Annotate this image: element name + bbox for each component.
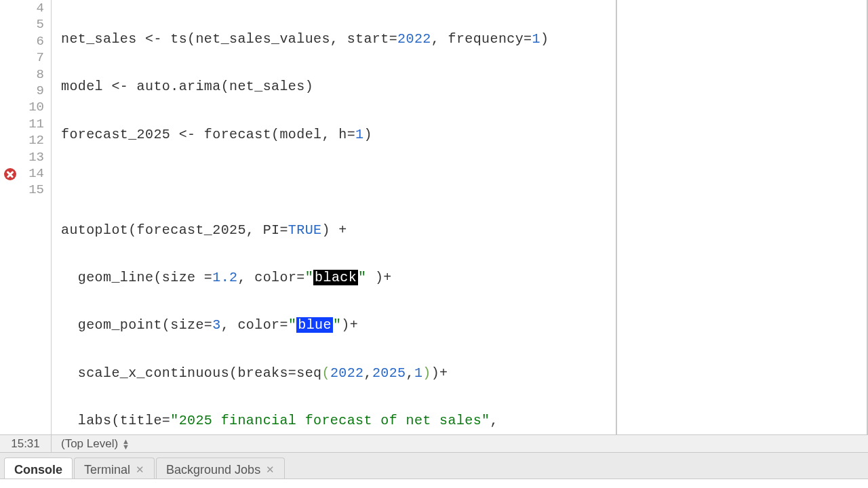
code-line[interactable]: labs(title="2025 financial forecast of n… bbox=[61, 413, 867, 429]
color-swatch-blue: blue bbox=[296, 317, 333, 333]
line-number: 7 bbox=[0, 49, 44, 66]
cursor-position: 15:31 bbox=[0, 435, 52, 452]
tab-label: Terminal bbox=[84, 463, 130, 477]
vertical-pane-splitter[interactable] bbox=[616, 0, 617, 434]
scope-selector[interactable]: (Top Level) ▲▼ bbox=[52, 437, 139, 451]
console-pane-peek bbox=[0, 479, 868, 488]
line-number: 11 bbox=[0, 116, 44, 132]
code-line[interactable]: forecast_2025 <- forecast(model, h=1) bbox=[61, 127, 867, 143]
line-number: 6 bbox=[0, 33, 44, 49]
code-line[interactable]: scale_x_continuous(breaks=seq(2022,2025,… bbox=[61, 365, 867, 382]
line-number: 13 bbox=[0, 149, 44, 165]
bottom-pane-tabs: Console Terminal ✕ Background Jobs ✕ bbox=[0, 452, 868, 479]
code-line[interactable]: geom_point(size=3, color="blue")+ bbox=[61, 317, 867, 333]
editor-status-bar: 15:31 (Top Level) ▲▼ bbox=[0, 434, 868, 452]
line-number: 15 bbox=[0, 182, 44, 198]
code-line[interactable] bbox=[61, 174, 867, 190]
tab-label: Background Jobs bbox=[166, 463, 260, 477]
line-number: 10 bbox=[0, 99, 44, 115]
line-number-gutter: 4 5 6 7 8 9 10 11 12 13 14 15 bbox=[0, 0, 52, 434]
code-area[interactable]: net_sales <- ts(net_sales_values, start=… bbox=[52, 0, 868, 434]
updown-icon: ▲▼ bbox=[122, 439, 130, 449]
line-number: 9 bbox=[0, 83, 44, 99]
line-number: 8 bbox=[0, 66, 44, 83]
code-line[interactable]: autoplot(forecast_2025, PI=TRUE) + bbox=[61, 222, 867, 239]
code-line[interactable]: net_sales <- ts(net_sales_values, start=… bbox=[61, 31, 867, 47]
line-number: 12 bbox=[0, 132, 44, 148]
error-marker-icon[interactable] bbox=[4, 168, 16, 180]
tab-console[interactable]: Console bbox=[4, 458, 73, 481]
color-swatch-black: black bbox=[313, 270, 358, 285]
close-icon[interactable]: ✕ bbox=[136, 464, 144, 476]
tab-background-jobs[interactable]: Background Jobs ✕ bbox=[156, 458, 285, 481]
source-editor[interactable]: 4 5 6 7 8 9 10 11 12 13 14 15 net_sales … bbox=[0, 0, 868, 434]
tab-label: Console bbox=[14, 463, 62, 477]
line-number: 4 bbox=[0, 0, 44, 16]
line-number: 5 bbox=[0, 16, 44, 33]
close-icon[interactable]: ✕ bbox=[266, 464, 275, 476]
line-number: 14 bbox=[0, 165, 44, 182]
tab-terminal[interactable]: Terminal ✕ bbox=[74, 458, 155, 481]
scope-label: (Top Level) bbox=[61, 437, 118, 451]
code-line[interactable]: model <- auto.arima(net_sales) bbox=[61, 79, 867, 95]
code-line[interactable]: geom_line(size =1.2, color="black" )+ bbox=[61, 270, 867, 286]
